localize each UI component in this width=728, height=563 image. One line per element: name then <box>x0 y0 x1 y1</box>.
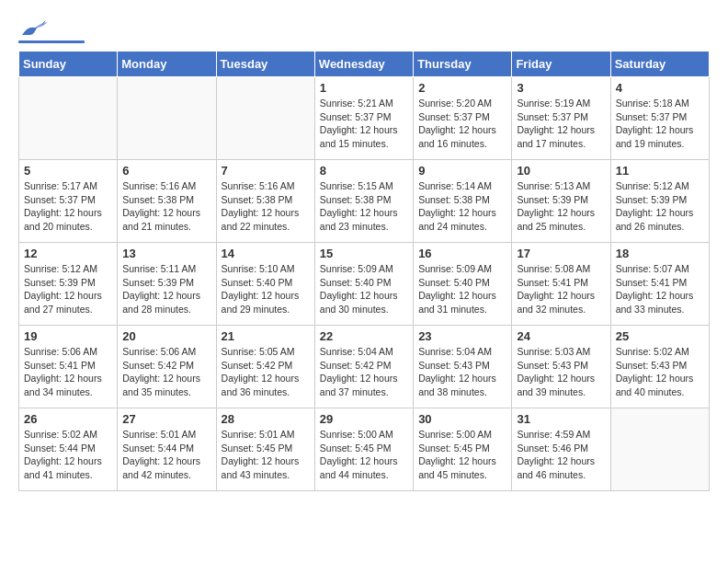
calendar-cell: 7 Sunrise: 5:16 AMSunset: 5:38 PMDayligh… <box>216 160 314 243</box>
day-number: 10 <box>517 164 605 178</box>
calendar-table: SundayMondayTuesdayWednesdayThursdayFrid… <box>18 51 710 491</box>
day-info: Sunrise: 5:14 AMSunset: 5:38 PMDaylight:… <box>418 179 506 234</box>
day-number: 4 <box>616 81 704 95</box>
calendar-cell: 3 Sunrise: 5:19 AMSunset: 5:37 PMDayligh… <box>512 77 610 160</box>
calendar-cell: 26 Sunrise: 5:02 AMSunset: 5:44 PMDaylig… <box>19 408 118 491</box>
calendar-cell: 22 Sunrise: 5:04 AMSunset: 5:42 PMDaylig… <box>314 326 413 408</box>
column-header-tuesday: Tuesday <box>216 52 314 77</box>
day-info: Sunrise: 5:02 AMSunset: 5:44 PMDaylight:… <box>24 428 112 482</box>
day-number: 19 <box>24 329 112 343</box>
day-number: 3 <box>517 81 605 95</box>
day-number: 31 <box>517 412 605 426</box>
page-header <box>18 18 710 43</box>
calendar-cell: 21 Sunrise: 5:05 AMSunset: 5:42 PMDaylig… <box>216 326 314 408</box>
day-number: 2 <box>418 81 506 95</box>
day-info: Sunrise: 5:11 AMSunset: 5:39 PMDaylight:… <box>122 262 210 316</box>
calendar-cell: 10 Sunrise: 5:13 AMSunset: 5:39 PMDaylig… <box>512 160 610 243</box>
calendar-week-row: 1 Sunrise: 5:21 AMSunset: 5:37 PMDayligh… <box>19 77 710 160</box>
day-info: Sunrise: 5:06 AMSunset: 5:41 PMDaylight:… <box>24 345 112 399</box>
day-info: Sunrise: 5:20 AMSunset: 5:37 PMDaylight:… <box>418 97 506 151</box>
day-number: 7 <box>222 164 310 178</box>
day-info: Sunrise: 5:10 AMSunset: 5:40 PMDaylight:… <box>222 262 310 316</box>
calendar-week-row: 5 Sunrise: 5:17 AMSunset: 5:37 PMDayligh… <box>19 160 710 243</box>
day-number: 9 <box>418 164 506 178</box>
calendar-cell <box>118 77 216 160</box>
day-number: 21 <box>222 329 310 343</box>
logo-underline <box>18 40 85 43</box>
day-info: Sunrise: 5:01 AMSunset: 5:45 PMDaylight:… <box>222 428 310 482</box>
day-number: 18 <box>616 247 704 260</box>
day-info: Sunrise: 5:00 AMSunset: 5:45 PMDaylight:… <box>320 428 408 482</box>
day-number: 6 <box>122 164 210 178</box>
calendar-cell: 18 Sunrise: 5:07 AMSunset: 5:41 PMDaylig… <box>610 243 709 326</box>
day-number: 15 <box>320 247 408 260</box>
calendar-cell: 15 Sunrise: 5:09 AMSunset: 5:40 PMDaylig… <box>314 243 413 326</box>
column-header-monday: Monday <box>118 52 216 77</box>
calendar-cell <box>610 408 709 491</box>
calendar-cell: 5 Sunrise: 5:17 AMSunset: 5:37 PMDayligh… <box>19 160 118 243</box>
day-number: 28 <box>222 412 310 426</box>
day-info: Sunrise: 5:12 AMSunset: 5:39 PMDaylight:… <box>24 262 112 316</box>
day-number: 27 <box>122 412 210 426</box>
day-info: Sunrise: 5:04 AMSunset: 5:43 PMDaylight:… <box>418 345 506 399</box>
day-number: 11 <box>616 164 704 178</box>
column-header-wednesday: Wednesday <box>314 52 413 77</box>
calendar-cell: 4 Sunrise: 5:18 AMSunset: 5:37 PMDayligh… <box>610 77 709 160</box>
logo <box>18 18 85 43</box>
calendar-cell: 2 Sunrise: 5:20 AMSunset: 5:37 PMDayligh… <box>414 77 512 160</box>
day-number: 25 <box>616 329 704 343</box>
day-number: 30 <box>418 412 506 426</box>
day-info: Sunrise: 5:21 AMSunset: 5:37 PMDaylight:… <box>320 97 408 151</box>
calendar-cell: 11 Sunrise: 5:12 AMSunset: 5:39 PMDaylig… <box>610 160 709 243</box>
calendar-cell: 30 Sunrise: 5:00 AMSunset: 5:45 PMDaylig… <box>414 408 512 491</box>
day-number: 14 <box>222 247 310 260</box>
calendar-week-row: 26 Sunrise: 5:02 AMSunset: 5:44 PMDaylig… <box>19 408 710 491</box>
day-info: Sunrise: 5:08 AMSunset: 5:41 PMDaylight:… <box>517 262 605 316</box>
column-header-friday: Friday <box>512 52 610 77</box>
day-number: 1 <box>320 81 408 95</box>
logo-bird-icon <box>20 18 48 39</box>
day-info: Sunrise: 5:02 AMSunset: 5:43 PMDaylight:… <box>616 345 704 399</box>
calendar-cell: 13 Sunrise: 5:11 AMSunset: 5:39 PMDaylig… <box>118 243 216 326</box>
calendar-cell: 8 Sunrise: 5:15 AMSunset: 5:38 PMDayligh… <box>314 160 413 243</box>
calendar-cell: 19 Sunrise: 5:06 AMSunset: 5:41 PMDaylig… <box>19 326 118 408</box>
day-info: Sunrise: 5:07 AMSunset: 5:41 PMDaylight:… <box>616 262 704 316</box>
calendar-cell: 29 Sunrise: 5:00 AMSunset: 5:45 PMDaylig… <box>314 408 413 491</box>
day-info: Sunrise: 5:09 AMSunset: 5:40 PMDaylight:… <box>320 262 408 316</box>
day-number: 26 <box>24 412 112 426</box>
day-info: Sunrise: 5:09 AMSunset: 5:40 PMDaylight:… <box>418 262 506 316</box>
calendar-cell <box>216 77 314 160</box>
day-info: Sunrise: 5:12 AMSunset: 5:39 PMDaylight:… <box>616 179 704 234</box>
day-number: 20 <box>122 329 210 343</box>
day-number: 13 <box>122 247 210 260</box>
calendar-cell: 1 Sunrise: 5:21 AMSunset: 5:37 PMDayligh… <box>314 77 413 160</box>
day-info: Sunrise: 5:18 AMSunset: 5:37 PMDaylight:… <box>616 97 704 151</box>
calendar-cell: 16 Sunrise: 5:09 AMSunset: 5:40 PMDaylig… <box>414 243 512 326</box>
day-info: Sunrise: 5:00 AMSunset: 5:45 PMDaylight:… <box>418 428 506 482</box>
day-info: Sunrise: 5:05 AMSunset: 5:42 PMDaylight:… <box>222 345 310 399</box>
calendar-cell <box>19 77 118 160</box>
calendar-cell: 27 Sunrise: 5:01 AMSunset: 5:44 PMDaylig… <box>118 408 216 491</box>
day-number: 17 <box>517 247 605 260</box>
calendar-cell: 14 Sunrise: 5:10 AMSunset: 5:40 PMDaylig… <box>216 243 314 326</box>
day-number: 8 <box>320 164 408 178</box>
day-info: Sunrise: 5:15 AMSunset: 5:38 PMDaylight:… <box>320 179 408 234</box>
column-header-saturday: Saturday <box>610 52 709 77</box>
day-info: Sunrise: 5:17 AMSunset: 5:37 PMDaylight:… <box>24 179 112 234</box>
calendar-cell: 24 Sunrise: 5:03 AMSunset: 5:43 PMDaylig… <box>512 326 610 408</box>
calendar-cell: 9 Sunrise: 5:14 AMSunset: 5:38 PMDayligh… <box>414 160 512 243</box>
calendar-header-row: SundayMondayTuesdayWednesdayThursdayFrid… <box>19 52 710 77</box>
day-info: Sunrise: 5:16 AMSunset: 5:38 PMDaylight:… <box>222 179 310 234</box>
calendar-cell: 25 Sunrise: 5:02 AMSunset: 5:43 PMDaylig… <box>610 326 709 408</box>
day-info: Sunrise: 5:01 AMSunset: 5:44 PMDaylight:… <box>122 428 210 482</box>
day-number: 5 <box>24 164 112 178</box>
calendar-cell: 6 Sunrise: 5:16 AMSunset: 5:38 PMDayligh… <box>118 160 216 243</box>
day-number: 29 <box>320 412 408 426</box>
day-info: Sunrise: 5:06 AMSunset: 5:42 PMDaylight:… <box>122 345 210 399</box>
day-info: Sunrise: 5:16 AMSunset: 5:38 PMDaylight:… <box>122 179 210 234</box>
day-number: 23 <box>418 329 506 343</box>
day-number: 24 <box>517 329 605 343</box>
calendar-cell: 17 Sunrise: 5:08 AMSunset: 5:41 PMDaylig… <box>512 243 610 326</box>
day-info: Sunrise: 5:03 AMSunset: 5:43 PMDaylight:… <box>517 345 605 399</box>
day-info: Sunrise: 5:19 AMSunset: 5:37 PMDaylight:… <box>517 97 605 151</box>
